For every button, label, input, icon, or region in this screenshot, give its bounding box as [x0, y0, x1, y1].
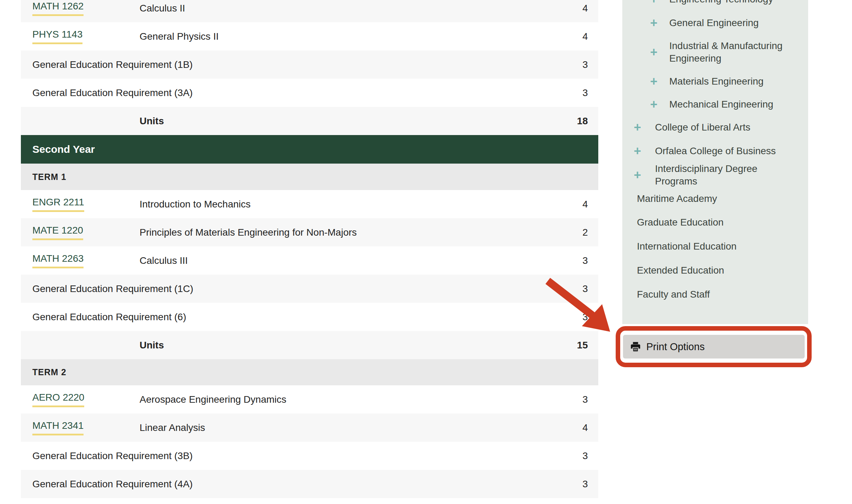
course-code-link-aero-2220[interactable]: AERO 2220	[32, 392, 84, 407]
table-row-ge-requirement: General Education Requirement (4A)3	[21, 470, 598, 498]
course-code-link-mate-1220[interactable]: MATE 1220	[32, 225, 83, 240]
table-row-units-total: Units18	[21, 107, 598, 135]
term-header-label: TERM 2	[32, 367, 66, 377]
course-title: General Physics II	[140, 31, 563, 42]
sidebar-item-label: Mechanical Engineering	[669, 98, 773, 111]
course-units: 3	[563, 394, 588, 405]
page: MATH 1262Calculus II4PHYS 1143General Ph…	[0, 0, 852, 504]
table-row-ge-requirement: General Education Requirement (6)3	[21, 303, 598, 331]
units-total-label: Units	[140, 340, 563, 351]
course-code-link-engr-2211[interactable]: ENGR 2211	[32, 197, 84, 212]
sidebar-item-general-engineering[interactable]: +General Engineering	[622, 16, 808, 30]
ge-requirement-units: 3	[563, 312, 588, 323]
ge-requirement-label: General Education Requirement (6)	[32, 312, 563, 323]
sidebar-nav: +Engineering Technology+General Engineer…	[622, 0, 808, 324]
course-units: 3	[563, 255, 588, 266]
sidebar-item-orfalea-college-of-business[interactable]: +Orfalea College of Business	[622, 144, 808, 158]
ge-requirement-label: General Education Requirement (1B)	[32, 59, 563, 70]
plus-expand-icon[interactable]: +	[650, 46, 657, 58]
units-total-value: 15	[563, 340, 588, 351]
sidebar-item-extended-education[interactable]: Extended Education	[622, 263, 808, 277]
table-row-ge-requirement: General Education Requirement (1C)3	[21, 275, 598, 303]
course-units: 2	[563, 227, 588, 238]
course-code-link-math-2341[interactable]: MATH 2341	[32, 420, 84, 435]
table-row-course: AERO 2220Aerospace Engineering Dynamics3	[21, 385, 598, 414]
table-row-ge-requirement: General Education Requirement (1B)3	[21, 50, 598, 79]
units-total-label: Units	[140, 116, 563, 127]
sidebar-item-label: Maritime Academy	[637, 192, 717, 205]
course-code-link-phys-1143[interactable]: PHYS 1143	[32, 29, 82, 44]
ge-requirement-label: General Education Requirement (3B)	[32, 450, 563, 462]
plus-expand-icon[interactable]: +	[650, 17, 657, 29]
sidebar-item-maritime-academy[interactable]: Maritime Academy	[622, 192, 808, 206]
ge-requirement-label: General Education Requirement (3A)	[32, 87, 563, 99]
sidebar-item-faculty-and-staff[interactable]: Faculty and Staff	[622, 288, 808, 301]
table-row-ge-requirement: General Education Requirement (3B)3	[21, 442, 598, 470]
plus-expand-icon[interactable]: +	[634, 169, 641, 181]
course-code-link-math-1262[interactable]: MATH 1262	[32, 1, 84, 16]
sidebar-item-materials-engineering[interactable]: +Materials Engineering	[622, 74, 808, 88]
course-title: Principles of Materials Engineering for …	[140, 227, 563, 238]
table-row-course: MATH 2341Linear Analysis4	[21, 414, 598, 442]
year-header-row: Second Year	[21, 135, 598, 164]
plus-expand-icon[interactable]: +	[634, 121, 641, 134]
ge-requirement-units: 3	[563, 283, 588, 294]
sidebar-item-label: Orfalea College of Business	[655, 145, 776, 157]
sidebar-item-college-of-liberal-arts[interactable]: +College of Liberal Arts	[622, 120, 808, 134]
table-row-units-total: Units15	[21, 331, 598, 359]
term-header-row: TERM 1	[21, 164, 598, 190]
course-title: Introduction to Mechanics	[140, 199, 563, 210]
sidebar-item-label: Industrial & Manufacturing Engineering	[669, 40, 807, 65]
course-title: Linear Analysis	[140, 422, 563, 433]
sidebar-item-label: General Engineering	[669, 17, 759, 29]
table-row-course: PHYS 1143General Physics II4	[21, 22, 598, 50]
table-row-course: MATH 2263Calculus III3	[21, 246, 598, 275]
ge-requirement-units: 3	[563, 450, 588, 462]
course-title: Aerospace Engineering Dynamics	[140, 394, 563, 405]
course-units: 4	[563, 199, 588, 210]
year-header-label: Second Year	[32, 143, 95, 155]
sidebar-item-label: International Education	[637, 240, 736, 253]
term-header-row: TERM 2	[21, 359, 598, 385]
sidebar-item-label: Engineering Technology	[669, 0, 773, 6]
degree-table: MATH 1262Calculus II4PHYS 1143General Ph…	[21, 0, 598, 498]
sidebar-item-international-education[interactable]: International Education	[622, 239, 808, 253]
course-units: 4	[563, 422, 588, 433]
term-header-label: TERM 1	[32, 172, 66, 182]
ge-requirement-units: 3	[563, 59, 588, 70]
ge-requirement-label: General Education Requirement (4A)	[32, 479, 563, 490]
plus-expand-icon[interactable]: +	[650, 0, 657, 6]
plus-expand-icon[interactable]: +	[650, 98, 657, 111]
table-row-course: ENGR 2211Introduction to Mechanics4	[21, 190, 598, 218]
plus-expand-icon[interactable]: +	[634, 145, 641, 157]
course-units: 4	[563, 3, 588, 14]
sidebar-item-graduate-education[interactable]: Graduate Education	[622, 215, 808, 229]
print-options-button[interactable]: Print Options	[623, 335, 805, 359]
table-row-course: MATE 1220Principles of Materials Enginee…	[21, 218, 598, 246]
units-total-value: 18	[563, 116, 588, 127]
plus-expand-icon[interactable]: +	[650, 75, 657, 88]
print-options-label: Print Options	[646, 341, 705, 353]
table-row-course: MATH 1262Calculus II4	[21, 0, 598, 22]
table-row-ge-requirement: General Education Requirement (3A)3	[21, 79, 598, 107]
sidebar-item-label: Graduate Education	[637, 216, 724, 229]
sidebar-item-label: Faculty and Staff	[637, 288, 710, 301]
course-title: Calculus III	[140, 255, 563, 266]
sidebar-item-industrial-manufacturing-engineering[interactable]: +Industrial & Manufacturing Engineering	[622, 39, 808, 65]
sidebar-item-engineering-technology[interactable]: +Engineering Technology	[622, 0, 808, 6]
course-code-link-math-2263[interactable]: MATH 2263	[32, 253, 84, 268]
ge-requirement-units: 3	[563, 479, 588, 490]
sidebar-item-label: Materials Engineering	[669, 75, 764, 88]
sidebar-item-label: Extended Education	[637, 264, 724, 277]
sidebar-item-label: Interdisciplinary Degree Programs	[655, 163, 793, 188]
ge-requirement-label: General Education Requirement (1C)	[32, 283, 563, 294]
course-units: 4	[563, 31, 588, 42]
sidebar-item-interdisciplinary-degree-programs[interactable]: +Interdisciplinary Degree Programs	[622, 168, 808, 182]
course-title: Calculus II	[140, 3, 563, 14]
sidebar-item-label: College of Liberal Arts	[655, 121, 750, 134]
ge-requirement-units: 3	[563, 87, 588, 99]
sidebar-item-mechanical-engineering[interactable]: +Mechanical Engineering	[622, 97, 808, 111]
printer-icon	[630, 341, 641, 352]
